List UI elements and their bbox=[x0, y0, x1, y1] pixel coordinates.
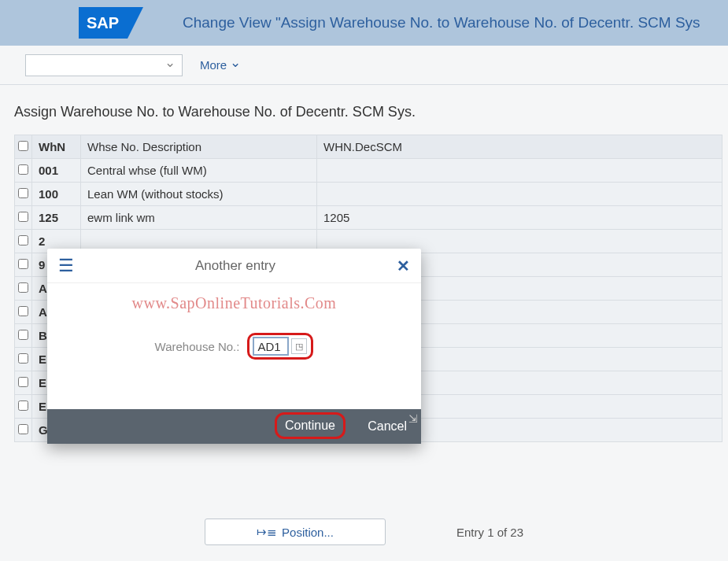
row-checkbox[interactable] bbox=[18, 353, 28, 364]
position-icon: ↦≣ bbox=[257, 525, 277, 539]
col-header-whn[interactable]: WhN bbox=[32, 135, 81, 159]
cell-desc: Central whse (full WM) bbox=[81, 159, 317, 183]
table-row[interactable]: 001Central whse (full WM) bbox=[15, 159, 722, 183]
row-checkbox[interactable] bbox=[18, 235, 28, 245]
continue-highlight: Continue bbox=[275, 412, 346, 439]
footer: ↦≣ Position... Entry 1 of 23 bbox=[0, 519, 728, 545]
toolbar: More bbox=[0, 46, 728, 85]
col-header-dec[interactable]: WHN.DecSCM bbox=[317, 135, 722, 159]
row-checkbox[interactable] bbox=[18, 259, 28, 269]
watermark-text: www.SapOnlineTutorials.Com bbox=[47, 294, 421, 312]
cell-desc: Lean WM (without stocks) bbox=[81, 183, 317, 206]
cancel-button[interactable]: Cancel bbox=[368, 419, 407, 434]
warehouse-no-highlight: ◳ bbox=[247, 333, 313, 360]
position-label: Position... bbox=[282, 526, 334, 539]
svg-text:SAP: SAP bbox=[87, 14, 119, 31]
section-title: Assign Warehouse No. to Warehouse No. of… bbox=[14, 104, 728, 120]
app-header: SAP Change View "Assign Warehouse No. to… bbox=[0, 0, 728, 46]
row-checkbox[interactable] bbox=[18, 282, 28, 293]
chevron-down-icon bbox=[230, 57, 241, 73]
dialog-footer: ⇲ Continue Continue Cancel bbox=[47, 409, 421, 444]
row-checkbox[interactable] bbox=[18, 424, 28, 434]
table-row[interactable]: 125ewm link wm1205 bbox=[15, 206, 722, 230]
cell-dec bbox=[317, 159, 722, 183]
select-all-checkbox[interactable] bbox=[18, 141, 28, 151]
table-row[interactable]: 100Lean WM (without stocks) bbox=[15, 183, 722, 206]
more-button[interactable]: More bbox=[200, 57, 241, 73]
row-checkbox[interactable] bbox=[18, 330, 28, 340]
entry-count: Entry 1 of 23 bbox=[456, 526, 523, 539]
row-checkbox[interactable] bbox=[18, 377, 28, 387]
another-entry-dialog: ☰ Another entry ✕ www.SapOnlineTutorials… bbox=[47, 249, 421, 444]
dialog-title: Another entry bbox=[74, 258, 397, 274]
chevron-down-icon bbox=[164, 57, 176, 73]
page-title: Change View "Assign Warehouse No. to War… bbox=[183, 14, 700, 31]
select-all-header[interactable] bbox=[15, 135, 32, 159]
menu-icon[interactable]: ☰ bbox=[58, 256, 74, 276]
row-checkbox[interactable] bbox=[18, 212, 28, 222]
row-checkbox[interactable] bbox=[18, 400, 28, 411]
row-checkbox[interactable] bbox=[18, 188, 28, 198]
cell-whn: 001 bbox=[32, 159, 81, 183]
cell-dec bbox=[317, 183, 722, 206]
cell-dec: 1205 bbox=[317, 206, 722, 230]
position-button[interactable]: ↦≣ Position... bbox=[205, 519, 386, 545]
cell-whn: 125 bbox=[32, 206, 81, 230]
close-icon[interactable]: ✕ bbox=[397, 257, 410, 275]
warehouse-no-label: Warehouse No.: bbox=[155, 340, 240, 353]
dialog-body: www.SapOnlineTutorials.Com Warehouse No.… bbox=[47, 283, 421, 409]
row-checkbox[interactable] bbox=[18, 306, 28, 316]
row-checkbox[interactable] bbox=[18, 164, 28, 175]
toolbar-dropdown[interactable] bbox=[25, 54, 183, 76]
resize-handle-icon[interactable]: ⇲ bbox=[408, 412, 418, 425]
warehouse-no-input[interactable] bbox=[253, 338, 288, 355]
cell-desc: ewm link wm bbox=[81, 206, 317, 230]
sap-logo: SAP bbox=[79, 7, 143, 39]
col-header-desc[interactable]: Whse No. Description bbox=[81, 135, 317, 159]
dialog-header: ☰ Another entry ✕ bbox=[47, 249, 421, 283]
more-label: More bbox=[200, 58, 227, 72]
continue-button[interactable]: Continue bbox=[285, 419, 335, 433]
value-help-icon[interactable]: ◳ bbox=[291, 338, 307, 354]
cell-whn: 100 bbox=[32, 183, 81, 206]
